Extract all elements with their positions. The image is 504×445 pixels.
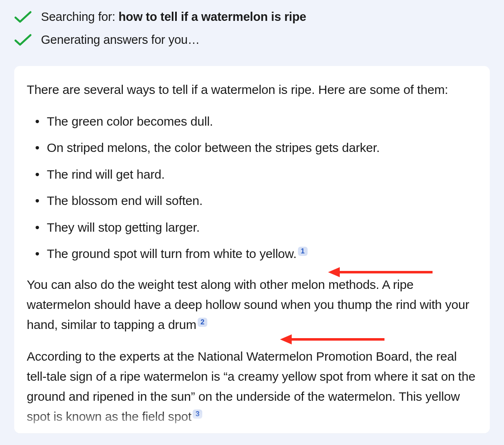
- answer-bullet-list: The green color becomes dull. On striped…: [27, 112, 477, 263]
- status-line-generating: Generating answers for you…: [14, 33, 490, 47]
- answer-paragraph: You can also do the weight test along wi…: [27, 275, 477, 335]
- status-area: Searching for: how to tell if a watermel…: [0, 0, 504, 60]
- bullet-text: They will stop getting larger.: [47, 220, 200, 234]
- list-item: The rind will get hard.: [27, 165, 477, 184]
- citation-badge[interactable]: 1: [298, 247, 308, 256]
- citation-badge[interactable]: 3: [193, 410, 202, 419]
- paragraph-text: According to the experts at the National…: [27, 349, 475, 423]
- list-item: The ground spot will turn from white to …: [27, 245, 477, 263]
- bullet-text: The ground spot will turn from white to …: [47, 247, 297, 260]
- list-item: The green color becomes dull.: [27, 112, 477, 131]
- generating-text: Generating answers for you…: [41, 33, 200, 47]
- bullet-text: The green color becomes dull.: [47, 114, 213, 128]
- check-icon: [14, 10, 32, 24]
- paragraph-text: You can also do the weight test along wi…: [27, 278, 469, 331]
- answer-paragraph: According to the experts at the National…: [27, 346, 477, 427]
- list-item: On striped melons, the color between the…: [27, 139, 477, 157]
- check-icon: [14, 33, 32, 47]
- bullet-text: On striped melons, the color between the…: [47, 141, 380, 154]
- list-item: The blossom end will soften.: [27, 192, 477, 210]
- list-item: They will stop getting larger.: [27, 218, 477, 237]
- status-line-searching: Searching for: how to tell if a watermel…: [14, 10, 490, 24]
- answer-card: There are several ways to tell if a wate…: [14, 66, 490, 433]
- bullet-text: The blossom end will soften.: [47, 194, 203, 207]
- searching-text: Searching for: how to tell if a watermel…: [41, 10, 306, 24]
- citation-badge[interactable]: 2: [198, 318, 207, 327]
- bullet-text: The rind will get hard.: [47, 167, 165, 181]
- answer-intro: There are several ways to tell if a wate…: [27, 80, 477, 100]
- search-prefix: Searching for:: [41, 10, 119, 23]
- search-query: how to tell if a watermelon is ripe: [119, 10, 306, 23]
